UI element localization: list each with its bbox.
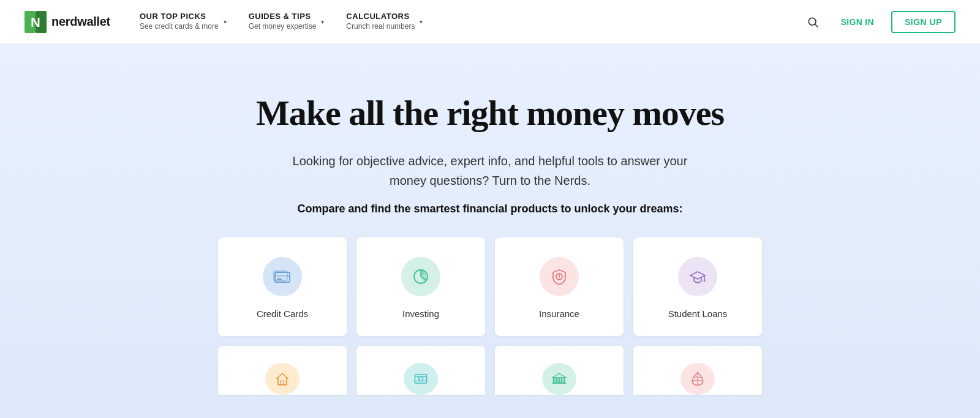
category-card-insurance[interactable]: Insurance — [495, 237, 624, 336]
travel-icon — [689, 370, 706, 387]
investing-icon — [411, 267, 431, 286]
insurance-icon-circle — [540, 257, 579, 296]
svg-rect-25 — [560, 378, 562, 383]
svg-rect-19 — [415, 375, 426, 383]
hero-cta-text: Compare and find the smartest financial … — [297, 203, 682, 215]
category-card-loans[interactable] — [356, 346, 485, 395]
svg-marker-27 — [552, 373, 567, 378]
loans-icon — [412, 370, 429, 387]
search-icon — [807, 16, 819, 28]
search-button[interactable] — [802, 11, 824, 33]
nav-item-guides-tips[interactable]: GUIDES & TIPS Get money expertise ▾ — [239, 7, 334, 36]
category-card-home[interactable] — [218, 346, 347, 395]
category-card-student-loans[interactable]: Student Loans — [633, 237, 762, 336]
logo[interactable]: N nerdwallet — [24, 11, 110, 33]
home-icon-circle — [265, 363, 300, 395]
nav-item-calculators[interactable]: CALCULATORS Crunch real numbers ▾ — [336, 7, 432, 36]
hero-subtitle: Looking for objective advice, expert inf… — [276, 151, 704, 190]
svg-point-20 — [419, 376, 423, 381]
nav-calculators-title: CALCULATORS — [346, 12, 415, 22]
svg-rect-26 — [563, 378, 565, 383]
nav-item-top-picks[interactable]: OUR TOP PICKS See credit cards & more ▾ — [130, 7, 236, 36]
svg-rect-24 — [557, 378, 559, 383]
category-grid-row2 — [218, 346, 762, 395]
category-card-banking[interactable] — [495, 346, 624, 395]
credit-cards-label: Credit Cards — [257, 308, 308, 319]
category-card-travel[interactable] — [633, 346, 762, 395]
insurance-label: Insurance — [539, 308, 579, 319]
logo-text: nerdwallet — [51, 15, 110, 29]
chevron-down-icon: ▾ — [224, 18, 227, 25]
svg-text:N: N — [31, 15, 40, 30]
svg-point-17 — [704, 280, 706, 282]
svg-rect-23 — [553, 378, 555, 383]
chevron-down-icon: ▾ — [321, 18, 324, 25]
nav-calculators-sub: Crunch real numbers — [346, 22, 415, 32]
svg-marker-15 — [690, 272, 705, 279]
credit-cards-icon-circle — [263, 257, 302, 296]
category-card-investing[interactable]: Investing — [356, 237, 485, 336]
nav-top-picks-title: OUR TOP PICKS — [140, 12, 219, 22]
svg-point-3 — [809, 18, 816, 25]
investing-label: Investing — [402, 308, 439, 319]
svg-rect-7 — [277, 278, 282, 280]
hero-section: Make all the right money moves Looking f… — [0, 44, 980, 418]
nav-guides-tips-sub: Get money expertise — [249, 22, 317, 32]
sign-up-button[interactable]: SIGN UP — [891, 11, 956, 33]
investing-icon-circle — [401, 257, 440, 296]
nav-top-picks-sub: See credit cards & more — [140, 22, 219, 32]
loans-icon-circle — [404, 363, 438, 395]
main-nav: OUR TOP PICKS See credit cards & more ▾ … — [130, 7, 802, 36]
category-card-credit-cards[interactable]: Credit Cards — [218, 237, 347, 336]
banking-icon-circle — [542, 363, 576, 395]
student-loans-icon-circle — [678, 257, 717, 296]
svg-rect-18 — [281, 381, 284, 384]
travel-icon-circle — [680, 363, 715, 395]
banking-icon — [551, 370, 568, 387]
graduation-cap-icon — [688, 267, 707, 286]
sign-in-button[interactable]: SIGN IN — [831, 12, 884, 32]
student-loans-label: Student Loans — [668, 308, 728, 319]
header-actions: SIGN IN SIGN UP — [802, 11, 956, 33]
svg-point-14 — [559, 277, 560, 278]
svg-line-4 — [815, 24, 818, 27]
credit-card-icon — [273, 267, 292, 286]
hero-title: Make all the right money moves — [256, 93, 724, 134]
home-icon — [274, 370, 291, 387]
header: N nerdwallet OUR TOP PICKS See credit ca… — [0, 0, 980, 44]
insurance-icon — [549, 267, 569, 286]
nav-guides-tips-title: GUIDES & TIPS — [249, 12, 317, 22]
nerdwallet-logo-icon: N — [24, 11, 47, 33]
chevron-down-icon: ▾ — [420, 18, 423, 25]
category-grid-row1: Credit Cards Investing — [218, 237, 762, 336]
